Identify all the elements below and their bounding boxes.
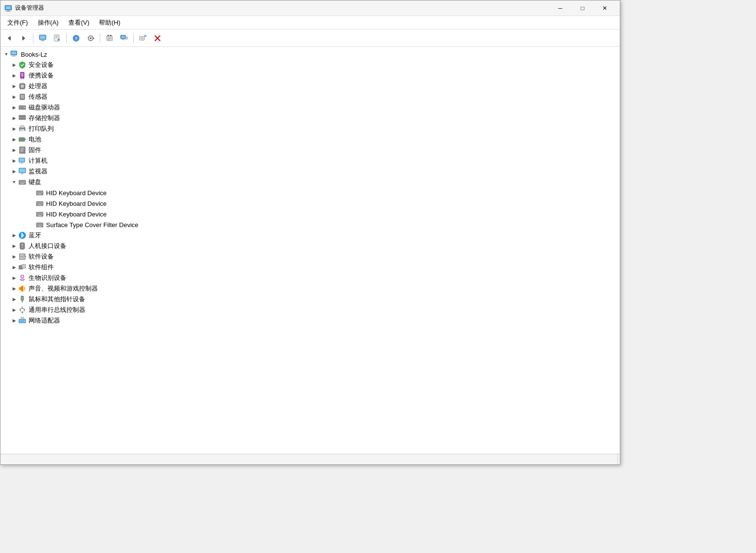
svg-rect-97 [19,169,25,172]
svg-rect-180 [19,320,25,323]
svg-marker-21 [94,37,94,39]
tree-item-software-dev[interactable]: </> 软件设备 [0,251,620,262]
hid-kbd-2-icon [35,199,44,208]
minimize-button[interactable]: ─ [549,0,571,16]
svg-rect-139 [40,213,41,214]
svg-rect-34 [126,38,127,39]
surface-icon [35,220,44,229]
close-button[interactable]: ✕ [594,0,616,16]
svg-rect-84 [25,139,26,140]
print-toggle[interactable] [10,125,18,133]
sensor-toggle[interactable] [10,93,18,101]
device-tree[interactable]: Books-Lz 安全设备 [0,47,620,454]
properties-button[interactable]: i [50,31,64,45]
menu-file[interactable]: 文件(F) [2,16,33,29]
maximize-button[interactable]: □ [571,0,594,16]
svg-rect-142 [37,214,38,215]
svg-rect-81 [21,130,24,130]
content-area: Books-Lz 安全设备 [0,47,620,454]
audio-toggle[interactable] [10,285,18,292]
svg-rect-79 [20,125,24,128]
computer-category-icon [18,156,27,165]
tree-item-keyboard[interactable]: 键盘 [0,177,620,187]
root-label: Books-Lz [21,51,47,58]
tree-item-processor[interactable]: 处理器 [0,81,620,92]
scan-button[interactable] [84,31,97,45]
software-comp-toggle[interactable] [10,263,18,271]
svg-point-71 [24,107,25,108]
tree-item-bluetooth[interactable]: 蓝牙 [0,230,620,241]
tree-item-print[interactable]: 打印队列 [0,123,620,134]
tree-item-audio[interactable]: 声音、视频和游戏控制器 [0,283,620,294]
print-icon [18,124,27,133]
svg-rect-73 [19,108,22,108]
tree-item-hid[interactable]: 人机接口设备 [0,241,620,251]
computer-toggle[interactable] [10,157,18,165]
storage-toggle[interactable] [10,114,18,122]
svg-rect-122 [42,193,43,194]
firmware-toggle[interactable] [10,146,18,154]
tree-item-firmware[interactable]: 固件 [0,145,620,155]
add-device-button[interactable] [136,31,150,45]
software-dev-toggle[interactable] [10,253,18,261]
tree-item-biometric[interactable]: 生物识别设备 [0,273,620,283]
svg-rect-121 [41,193,42,194]
tree-item-computer[interactable]: 计算机 [0,155,620,166]
svg-rect-131 [38,203,39,204]
tree-item-storage[interactable]: 存储控制器 [0,113,620,123]
tree-item-portable[interactable]: 便携设备 [0,70,620,81]
tree-item-disk[interactable]: 磁盘驱动器 [0,102,620,113]
monitor-toggle[interactable] [10,168,18,175]
back-button[interactable] [2,31,16,45]
svg-rect-144 [40,214,41,215]
mouse-toggle[interactable] [10,295,18,303]
forward-button[interactable] [17,31,31,45]
serial-toggle[interactable] [10,306,18,314]
menu-action[interactable]: 操作(A) [33,16,63,29]
keyboard-toggle[interactable] [10,178,18,186]
svg-rect-107 [21,182,22,183]
menu-view[interactable]: 查看(V) [63,16,94,29]
root-toggle[interactable] [2,50,10,58]
tree-item-software-comp[interactable]: 软件组件 [0,262,620,273]
tree-item-serial[interactable]: 通用串行总线控制器 [0,305,620,315]
tree-item-monitor[interactable]: 监视器 [0,166,620,177]
help-button[interactable]: ? [69,31,83,45]
battery-toggle[interactable] [10,136,18,143]
battery-icon [18,135,27,144]
menu-bar: 文件(F) 操作(A) 查看(V) 帮助(H) [0,16,620,30]
tree-item-security[interactable]: 安全设备 [0,60,620,70]
display-type-button[interactable] [117,31,131,45]
svg-rect-94 [21,163,23,163]
network-toggle[interactable] [10,317,18,324]
surface-label: Surface Type Cover Filter Device [46,221,139,229]
show-devmgr-button[interactable] [36,31,49,45]
portable-toggle[interactable] [10,72,18,79]
tree-item-battery[interactable]: 电池 [0,134,620,145]
tree-root[interactable]: Books-Lz [0,49,620,60]
disk-toggle[interactable] [10,104,18,111]
svg-rect-164 [21,246,23,247]
processor-toggle[interactable] [10,82,18,90]
toolbar-sep-4 [133,33,134,43]
tree-item-hid-kbd-3[interactable]: HID Keyboard Device [0,209,620,219]
menu-help[interactable]: 帮助(H) [94,16,125,29]
window-controls: ─ □ ✕ [549,0,616,16]
security-toggle[interactable] [10,61,18,69]
tree-item-hid-kbd-1[interactable]: HID Keyboard Device [0,187,620,198]
tree-item-mouse[interactable]: 鼠标和其他指针设备 [0,294,620,305]
hid-toggle[interactable] [10,242,18,250]
update-driver-button[interactable] [103,31,116,45]
tree-item-sensor[interactable]: 传感器 [0,92,620,102]
bluetooth-toggle[interactable] [10,231,18,239]
biometric-toggle[interactable] [10,274,18,282]
svg-rect-98 [21,173,23,174]
device-manager-window: 设备管理器 ─ □ ✕ 文件(F) 操作(A) 查看(V) 帮助(H) [0,0,620,465]
svg-rect-157 [41,225,42,226]
svg-rect-140 [41,213,42,214]
tree-item-network[interactable]: 网络适配器 [0,315,620,326]
tree-item-hid-kbd-2[interactable]: HID Keyboard Device [0,198,620,209]
tree-item-surface-type[interactable]: Surface Type Cover Filter Device [0,219,620,230]
hid-label: 人机接口设备 [29,242,66,250]
remove-device-button[interactable] [151,31,164,45]
